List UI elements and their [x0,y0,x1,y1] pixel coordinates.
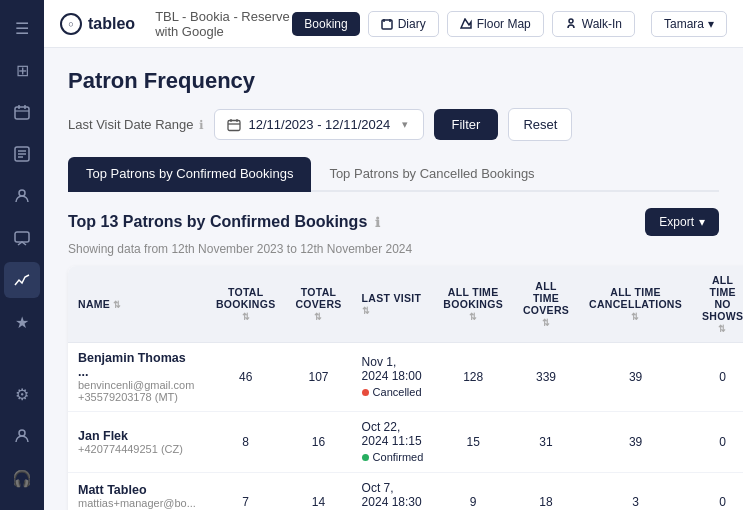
list-icon[interactable] [4,136,40,172]
total-bookings-cell: 8 [206,412,286,473]
date-range-input[interactable]: 12/11/2023 - 12/11/2024 ▾ [214,109,424,140]
last-visit-cell: Oct 7, 2024 18:30 New [352,472,434,510]
logo-text: tableo [88,15,135,33]
col-all-time-cancellations[interactable]: ALL TIMECANCELLATIONS [579,266,692,343]
svg-rect-0 [15,107,29,119]
all-time-no-shows-cell: 0 [692,343,743,412]
svg-point-8 [19,190,25,196]
patron-name: Matt Tableo [78,483,196,497]
all-time-cancellations-cell: 39 [579,412,692,473]
reset-button[interactable]: Reset [508,108,572,141]
table-title: Top 13 Patrons by Confirmed Bookings ℹ [68,213,380,231]
status-badge: Cancelled [362,386,422,398]
svg-rect-9 [15,232,29,242]
all-time-bookings-cell: 128 [433,343,513,412]
chevron-down-icon: ▾ [708,17,714,31]
filter-button[interactable]: Filter [434,109,499,140]
user-icon[interactable] [4,178,40,214]
header-nav: Booking Diary Floor Map Walk-In Tamara ▾ [292,11,727,37]
patron-name-cell: Jan Flek +420774449251 (CZ) [68,412,206,473]
diary-btn[interactable]: Diary [368,11,439,37]
all-time-no-shows-cell: 0 [692,412,743,473]
total-bookings-cell: 7 [206,472,286,510]
tab-confirmed-bookings[interactable]: Top Patrons by Confirmed Bookings [68,157,311,192]
all-time-cancellations-cell: 39 [579,343,692,412]
logo: ○ tableo [60,13,135,35]
patron-name-cell: Matt Tableo mattias+manager@bo... +35579… [68,472,206,510]
page-title: Patron Frequency [68,68,719,94]
all-time-covers-cell: 18 [513,472,579,510]
visit-date: Nov 1, 2024 18:00 [362,355,424,383]
info-icon: ℹ [199,118,204,132]
header: ○ tableo TBL - Bookia - Reserve with Goo… [44,0,743,48]
table-subtitle: Showing data from 12th November 2023 to … [68,242,719,256]
patrons-table: NAME TOTALBOOKINGS TOTALCOVERS LAST VISI… [68,266,743,510]
export-chevron-icon: ▾ [699,215,705,229]
total-covers-cell: 107 [285,343,351,412]
profile-icon[interactable] [4,418,40,454]
col-all-time-covers[interactable]: ALL TIMECOVERS [513,266,579,343]
calendar-icon[interactable] [4,94,40,130]
date-range-value: 12/11/2023 - 12/11/2024 [249,117,391,132]
logo-icon: ○ [60,13,82,35]
date-chevron-icon: ▾ [402,118,408,131]
col-total-covers[interactable]: TOTALCOVERS [285,266,351,343]
status-label: Cancelled [373,386,422,398]
patron-name: Jan Flek [78,429,196,443]
col-all-time-no-shows[interactable]: ALL TIMENO SHOWS [692,266,743,343]
total-bookings-cell: 46 [206,343,286,412]
tab-cancelled-bookings[interactable]: Top Patrons by Cancelled Bookings [311,157,552,192]
status-dot [362,454,369,461]
content: Patron Frequency Last Visit Date Range ℹ… [44,48,743,510]
table-info-icon: ℹ [375,215,380,230]
menu-icon[interactable]: ☰ [4,10,40,46]
filter-row: Last Visit Date Range ℹ 12/11/2023 - 12/… [68,108,719,141]
all-time-covers-cell: 339 [513,343,579,412]
calendar-icon [227,118,241,132]
status-label: Confirmed [373,451,424,463]
col-total-bookings[interactable]: TOTALBOOKINGS [206,266,286,343]
table-row: Jan Flek +420774449251 (CZ) 8 16 Oct 22,… [68,412,743,473]
all-time-cancellations-cell: 3 [579,472,692,510]
col-name[interactable]: NAME [68,266,206,343]
all-time-bookings-cell: 15 [433,412,513,473]
svg-rect-16 [228,120,240,130]
table-row: Benjamin Thomas ... benvincenli@gmail.co… [68,343,743,412]
walk-in-btn[interactable]: Walk-In [552,11,635,37]
visit-date: Oct 7, 2024 18:30 [362,481,424,509]
floor-map-btn[interactable]: Floor Map [447,11,544,37]
total-covers-cell: 16 [285,412,351,473]
col-last-visit[interactable]: LAST VISIT [352,266,434,343]
patron-name: Benjamin Thomas ... [78,351,196,379]
total-covers-cell: 14 [285,472,351,510]
all-time-covers-cell: 31 [513,412,579,473]
filter-label: Last Visit Date Range ℹ [68,117,204,132]
visit-date: Oct 22, 2024 11:15 [362,420,424,448]
table-row: Matt Tableo mattias+manager@bo... +35579… [68,472,743,510]
status-dot [362,389,369,396]
sidebar: ☰ ⊞ ★ ⚙ 🎧 [0,0,44,510]
last-visit-cell: Nov 1, 2024 18:00 Cancelled [352,343,434,412]
all-time-bookings-cell: 9 [433,472,513,510]
venue-title: TBL - Bookia - Reserve with Google [155,9,292,39]
main-area: ○ tableo TBL - Bookia - Reserve with Goo… [44,0,743,510]
settings-icon[interactable]: ⚙ [4,376,40,412]
svg-point-10 [19,430,25,436]
table-header-row: Top 13 Patrons by Confirmed Bookings ℹ E… [68,208,719,236]
export-button[interactable]: Export ▾ [645,208,719,236]
svg-point-15 [569,19,573,23]
patron-name-cell: Benjamin Thomas ... benvincenli@gmail.co… [68,343,206,412]
user-menu-btn[interactable]: Tamara ▾ [651,11,727,37]
last-visit-cell: Oct 22, 2024 11:15 Confirmed [352,412,434,473]
booking-btn[interactable]: Booking [292,12,359,36]
analytics-icon[interactable] [4,262,40,298]
message-icon[interactable] [4,220,40,256]
all-time-no-shows-cell: 0 [692,472,743,510]
home-icon[interactable]: ⊞ [4,52,40,88]
headphone-icon[interactable]: 🎧 [4,460,40,496]
svg-marker-14 [461,19,471,28]
status-badge: Confirmed [362,451,424,463]
tabs-bar: Top Patrons by Confirmed Bookings Top Pa… [68,157,719,192]
star-icon[interactable]: ★ [4,304,40,340]
col-all-time-bookings[interactable]: ALL TIMEBOOKINGS [433,266,513,343]
